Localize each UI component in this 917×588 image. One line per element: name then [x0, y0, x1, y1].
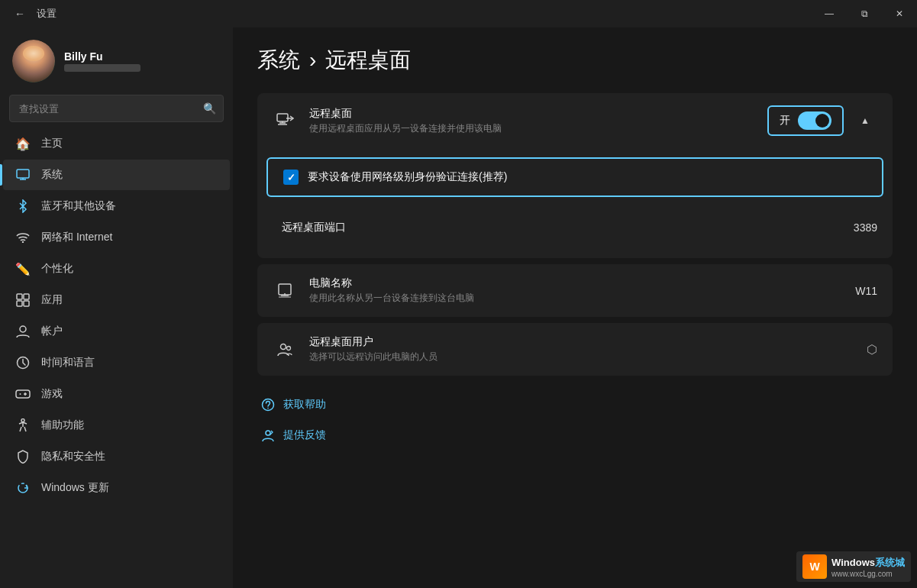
remote-desktop-toggle[interactable]: [798, 111, 831, 130]
remote-users-row[interactable]: 远程桌面用户 选择可以远程访问此电脑的人员 ⬡: [257, 323, 893, 376]
user-profile[interactable]: Billy Fu: [0, 27, 233, 92]
network-icon: [15, 230, 31, 245]
sidebar-item-label: 个性化: [41, 262, 73, 276]
search-icon: 🔍: [203, 102, 216, 115]
sidebar-item-network[interactable]: 网络和 Internet: [3, 222, 230, 253]
sidebar-item-gaming[interactable]: 游戏: [3, 379, 230, 409]
port-value-container: 3389: [854, 221, 877, 234]
remote-desktop-text: 远程桌面 使用远程桌面应用从另一设备连接并使用该电脑: [309, 107, 767, 135]
external-link-icon[interactable]: ⬡: [867, 342, 877, 357]
svg-point-14: [21, 419, 24, 422]
close-button[interactable]: ✕: [882, 0, 917, 27]
app-layout: Billy Fu 🔍 🏠 主页: [0, 27, 917, 588]
remote-desktop-title: 远程桌面: [309, 107, 767, 121]
avatar: [12, 40, 55, 82]
breadcrumb-current: 远程桌面: [325, 46, 411, 75]
svg-rect-6: [17, 301, 22, 306]
feedback-link[interactable]: 提供反馈: [257, 422, 893, 449]
remote-desktop-toggle-container[interactable]: 开: [767, 105, 844, 136]
user-account: [64, 64, 140, 72]
svg-rect-5: [24, 294, 29, 299]
sidebar-nav: 🏠 主页 系统 蓝牙和其他设备: [0, 128, 233, 503]
sidebar-item-personalization[interactable]: ✏️ 个性化: [3, 254, 230, 284]
pc-name-icon: [273, 279, 297, 303]
port-label: 远程桌面端口: [282, 221, 854, 234]
remote-users-desc: 选择可以远程访问此电脑的人员: [309, 351, 867, 363]
network-auth-label: 要求设备使用网络级别身份验证连接(推荐): [308, 170, 507, 184]
get-help-link[interactable]: 获取帮助: [257, 391, 893, 418]
pc-name-value: W11: [855, 285, 877, 297]
update-icon: [15, 480, 31, 496]
watermark-sub: www.wxcLgg.com: [831, 570, 905, 578]
pc-name-desc: 使用此名称从另一台设备连接到这台电脑: [309, 292, 855, 305]
sidebar-item-label: 隐私和安全性: [41, 450, 105, 464]
sidebar: Billy Fu 🔍 🏠 主页: [0, 27, 233, 588]
page-header: 系统 › 远程桌面: [257, 46, 893, 75]
privacy-icon: [15, 449, 31, 464]
back-button[interactable]: ←: [9, 3, 31, 24]
get-help-label: 获取帮助: [283, 398, 326, 412]
help-section: 获取帮助 提供反馈: [257, 391, 893, 449]
sidebar-item-update[interactable]: Windows 更新: [3, 473, 230, 503]
sidebar-item-label: 系统: [41, 168, 63, 182]
pc-name-section: 电脑名称 使用此名称从另一台设备连接到这台电脑 W11: [257, 264, 893, 317]
svg-point-8: [20, 326, 26, 332]
maximize-button[interactable]: ⧉: [847, 0, 882, 27]
remote-desktop-control: 开 ▲: [767, 105, 877, 136]
personalization-icon: ✏️: [15, 261, 31, 276]
sidebar-item-label: 游戏: [41, 387, 63, 401]
svg-point-3: [22, 241, 24, 243]
svg-rect-16: [277, 114, 288, 121]
remote-users-icon: [273, 338, 297, 362]
remote-desktop-header: 远程桌面 使用远程桌面应用从另一设备连接并使用该电脑 开 ▲: [257, 93, 893, 148]
time-icon: [15, 355, 31, 370]
sidebar-item-bluetooth[interactable]: 蓝牙和其他设备: [3, 191, 230, 221]
remote-users-section: 远程桌面用户 选择可以远程访问此电脑的人员 ⬡: [257, 323, 893, 376]
pc-name-text: 电脑名称 使用此名称从另一台设备连接到这台电脑: [309, 276, 855, 305]
search-input[interactable]: [9, 95, 224, 122]
system-icon: [15, 167, 31, 183]
breadcrumb-parent: 系统: [257, 46, 300, 75]
remote-desktop-icon: [273, 108, 297, 133]
remote-desktop-expand[interactable]: ▲: [853, 108, 877, 133]
pc-name-title: 电脑名称: [309, 276, 855, 290]
network-auth-checkbox[interactable]: ✓: [283, 170, 299, 185]
watermark-text: Windows系统城 www.wxcLgg.com: [831, 556, 905, 578]
network-auth-checkbox-row[interactable]: ✓ 要求设备使用网络级别身份验证连接(推荐): [266, 157, 883, 197]
remote-desktop-port-row: 远程桌面端口 3389: [257, 203, 893, 252]
watermark-main: Windows系统城: [831, 556, 905, 570]
feedback-label: 提供反馈: [283, 428, 326, 442]
sidebar-item-label: 应用: [41, 293, 63, 307]
svg-rect-4: [17, 294, 22, 299]
gaming-icon: [15, 386, 31, 402]
titlebar-title: 设置: [37, 7, 57, 21]
sidebar-item-label: 辅助功能: [41, 418, 84, 432]
remote-desktop-desc: 使用远程桌面应用从另一设备连接并使用该电脑: [309, 122, 767, 135]
sidebar-item-apps[interactable]: 应用: [3, 285, 230, 315]
user-info: Billy Fu: [64, 50, 221, 72]
titlebar-controls: — ⧉ ✕: [812, 0, 917, 27]
sidebar-item-accessibility[interactable]: 辅助功能: [3, 410, 230, 441]
minimize-button[interactable]: —: [812, 0, 847, 27]
sidebar-item-label: 主页: [41, 137, 63, 150]
svg-point-25: [281, 344, 286, 349]
user-name: Billy Fu: [64, 50, 221, 63]
sidebar-item-time[interactable]: 时间和语言: [3, 347, 230, 378]
accounts-icon: [15, 324, 31, 339]
sidebar-item-system[interactable]: 系统: [3, 160, 230, 190]
checkmark-icon: ✓: [287, 172, 295, 183]
sidebar-item-label: Windows 更新: [41, 481, 109, 495]
accessibility-icon: [15, 418, 31, 433]
sidebar-item-accounts[interactable]: 帐户: [3, 316, 230, 347]
sidebar-item-privacy[interactable]: 隐私和安全性: [3, 441, 230, 472]
sidebar-item-label: 时间和语言: [41, 356, 95, 370]
svg-point-13: [20, 393, 21, 395]
remote-desktop-section: 远程桌面 使用远程桌面应用从另一设备连接并使用该电脑 开 ▲: [257, 93, 893, 258]
search-box: 🔍: [9, 95, 224, 122]
watermark-logo: W: [802, 554, 827, 579]
sidebar-item-home[interactable]: 🏠 主页: [3, 128, 230, 159]
svg-rect-21: [279, 284, 291, 295]
pc-name-value-container: W11: [855, 285, 877, 297]
feedback-icon: [260, 428, 276, 443]
pc-name-row[interactable]: 电脑名称 使用此名称从另一台设备连接到这台电脑 W11: [257, 264, 893, 317]
